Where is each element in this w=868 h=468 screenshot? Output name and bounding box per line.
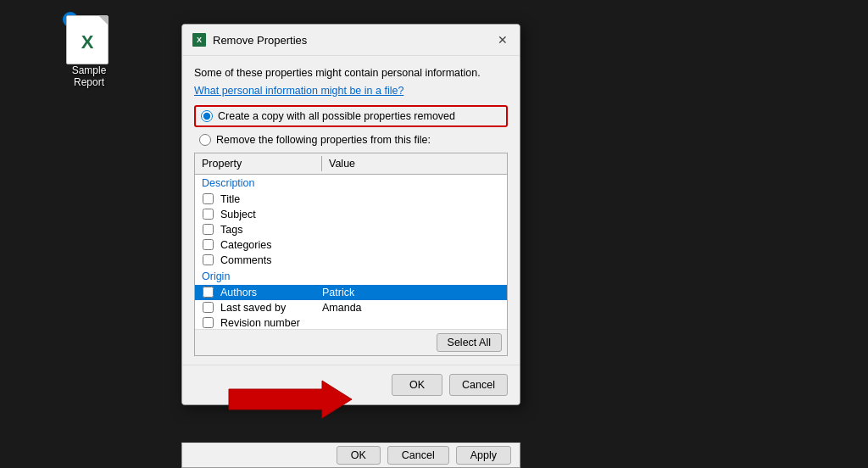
prop-name-categories: Categories [220, 239, 322, 251]
table-row[interactable]: Subject [195, 207, 507, 222]
prop-checkbox-revision-number[interactable] [203, 317, 214, 328]
ok-button[interactable]: OK [392, 374, 442, 396]
prop-name-title: Title [220, 193, 322, 205]
table-row[interactable]: Revision number [195, 315, 507, 329]
personal-info-link[interactable]: What personal information might be in a … [194, 85, 508, 97]
cancel-button[interactable]: Cancel [449, 374, 508, 396]
properties-table-header: Property Value [195, 153, 507, 175]
table-row[interactable]: Title [195, 192, 507, 207]
prop-name-last-saved-by: Last saved by [220, 302, 322, 314]
select-all-button[interactable]: Select All [437, 333, 502, 352]
file-fold [99, 16, 108, 25]
dialog-title-text: Remove Properties [213, 34, 307, 47]
prop-value-last-saved-by: Amanda [322, 302, 362, 314]
dialog-titlebar: X Remove Properties ✕ [182, 25, 520, 56]
column-header-property: Property [195, 156, 322, 171]
prop-name-comments: Comments [220, 254, 322, 266]
dialog-title-area: X Remove Properties [192, 33, 307, 47]
radio-remove-following[interactable] [199, 134, 211, 146]
remove-properties-dialog: X Remove Properties ✕ Some of these prop… [181, 24, 520, 405]
desktop-file-icon[interactable]: ✓ X Sample Report [55, 15, 123, 88]
section-description: Description [195, 175, 507, 192]
prop-name-authors: Authors [220, 287, 322, 298]
dialog-body: Some of these properties might contain p… [182, 56, 520, 365]
prop-value-authors: Patrick [322, 287, 354, 298]
select-all-area: Select All [195, 329, 507, 355]
prop-checkbox-categories[interactable] [203, 239, 214, 250]
radio-create-copy-label: Create a copy with all possible properti… [218, 110, 455, 122]
file-icon-label: Sample Report [72, 64, 107, 88]
red-arrow-indicator [220, 376, 356, 426]
file-icon-bg: X [66, 15, 108, 64]
radio-option-remove-following[interactable]: Remove the following properties from thi… [194, 132, 508, 148]
table-row[interactable]: Last saved by Amanda [195, 300, 507, 315]
hint-cancel-button[interactable]: Cancel [387, 446, 449, 465]
radio-option-create-copy[interactable]: Create a copy with all possible properti… [194, 105, 508, 127]
column-header-value: Value [322, 156, 362, 171]
hint-apply-button[interactable]: Apply [456, 446, 511, 465]
properties-scroll-area[interactable]: Description Title Subject Tags [195, 175, 507, 329]
info-text: Some of these properties might contain p… [194, 66, 508, 81]
prop-checkbox-last-saved-by[interactable] [203, 302, 214, 313]
section-origin: Origin [195, 268, 507, 285]
prop-name-subject: Subject [220, 209, 322, 220]
prop-checkbox-comments[interactable] [203, 254, 214, 265]
properties-table-container: Property Value Description Title Subject [194, 153, 508, 356]
dialog-icon-small: X [192, 33, 206, 47]
table-row[interactable]: Comments [195, 253, 507, 268]
radio-create-copy[interactable] [201, 110, 213, 122]
dialog-close-button[interactable]: ✕ [492, 30, 513, 50]
prop-checkbox-authors[interactable] [203, 287, 214, 298]
prop-name-tags: Tags [220, 224, 322, 236]
excel-letter: X [81, 31, 94, 53]
prop-checkbox-tags[interactable] [203, 224, 214, 235]
prop-name-revision-number: Revision number [220, 317, 322, 329]
svg-marker-0 [229, 381, 352, 418]
hint-ok-button[interactable]: OK [337, 446, 381, 465]
prop-checkbox-subject[interactable] [203, 209, 214, 220]
radio-remove-following-label: Remove the following properties from thi… [216, 134, 431, 146]
table-row-authors[interactable]: Authors Patrick [195, 285, 507, 300]
hint-dialog-partial: OK Cancel Apply [181, 443, 520, 468]
table-row[interactable]: Categories [195, 237, 507, 253]
prop-checkbox-title[interactable] [203, 193, 214, 204]
table-row[interactable]: Tags [195, 222, 507, 237]
